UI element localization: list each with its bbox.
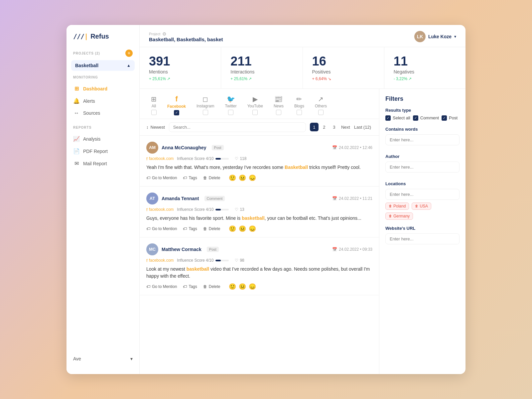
reports-label: REPORTS: [73, 126, 133, 129]
sidebar-item-pdf[interactable]: 📄 PDF Report: [66, 145, 139, 157]
youtube-checkbox[interactable]: [252, 110, 258, 115]
delete-button[interactable]: 🗑 Delete: [203, 226, 220, 231]
logo-text: Refus: [90, 33, 109, 40]
post-author-area: AM Anna McConaughey Post: [146, 142, 224, 154]
pdf-icon: 📄: [73, 148, 80, 154]
page-2-button[interactable]: 2: [320, 123, 329, 131]
delete-button[interactable]: 🗑 Delete: [203, 284, 220, 289]
next-button[interactable]: Next: [340, 125, 351, 130]
monitoring-section: MONITORING: [66, 72, 139, 82]
search-input[interactable]: [169, 122, 306, 132]
sidebar-item-alerts[interactable]: 🔔 Alerts: [66, 95, 139, 107]
page-3-button[interactable]: 3: [330, 123, 338, 131]
all-checkbox[interactable]: [151, 110, 157, 115]
checkbox-box: [442, 115, 447, 121]
avatar: MC: [146, 243, 158, 255]
twitter-checkbox[interactable]: [228, 110, 233, 115]
post-highlight: basketball: [187, 266, 209, 272]
tags-button[interactable]: 🏷 Tags: [183, 226, 197, 231]
last-button[interactable]: Last (12): [353, 125, 372, 130]
tags-button[interactable]: 🏷 Tags: [183, 176, 197, 180]
location-tag-germany[interactable]: 🗑 Germany: [385, 212, 413, 220]
comment-checkbox[interactable]: Comment: [413, 115, 439, 121]
select-all-checkbox[interactable]: Select all: [385, 115, 410, 121]
neutral-sentiment-icon[interactable]: 😐: [239, 283, 246, 290]
delete-icon: 🗑: [203, 226, 207, 231]
score-bar: [215, 260, 229, 261]
go-to-mention-button[interactable]: 🏷 Go to Mention: [146, 284, 177, 289]
sidebar-item-label: Analysis: [83, 136, 100, 142]
author-input[interactable]: [385, 162, 460, 173]
author-label: Author: [385, 154, 460, 159]
project-chevron-icon: ▲: [127, 63, 131, 68]
tags-button[interactable]: 🏷 Tags: [183, 284, 197, 289]
neutral-sentiment-icon[interactable]: 😐: [239, 174, 246, 182]
reports-section: REPORTS: [66, 122, 139, 133]
positive-sentiment-icon[interactable]: 🙂: [229, 174, 236, 182]
websites-url-label: Website's URL: [385, 226, 460, 231]
delete-button[interactable]: 🗑 Delete: [203, 176, 220, 180]
source-tab-others[interactable]: ↗ Others: [310, 93, 332, 118]
post-checkbox[interactable]: Post: [442, 115, 458, 121]
negative-sentiment-icon[interactable]: 😞: [249, 283, 256, 290]
post-type-badge: Post: [212, 145, 224, 150]
positive-sentiment-icon[interactable]: 🙂: [229, 283, 236, 290]
post-source: f facebook.com: [146, 207, 174, 212]
contains-words-input[interactable]: [385, 134, 460, 145]
instagram-checkbox[interactable]: [203, 110, 208, 115]
source-tab-blogs[interactable]: ✏ Blogs: [290, 93, 309, 118]
mention-icon: 🏷: [146, 226, 150, 231]
sidebar-item-analysis[interactable]: 📈 Analysis: [66, 133, 139, 145]
post-header: MC Matthew Cormack Post 📅 24.02.2022 • 0…: [146, 243, 372, 255]
news-checkbox[interactable]: [276, 110, 281, 115]
stat-change: + 25,61% ↗: [230, 76, 252, 81]
sidebar-item-label: Mail Report: [83, 161, 107, 166]
stat-label: Mentions: [149, 69, 168, 74]
others-checkbox[interactable]: [318, 110, 324, 115]
sidebar-item-sources[interactable]: ↔ Sources: [66, 107, 139, 119]
footer-ave-item[interactable]: Ave ▾: [73, 353, 133, 364]
blogs-checkbox[interactable]: [297, 110, 302, 115]
page-1-button[interactable]: 1: [310, 123, 319, 131]
stat-card-interactions: 211 Interactions + 25,61% ↗: [221, 47, 303, 88]
post-meta: f facebook.com Influence Score 4/10 ♡ 11…: [146, 156, 372, 161]
influence-score: Influence Score 4/10: [177, 207, 229, 212]
source-tab-news[interactable]: 📰 News: [269, 93, 288, 118]
post-likes: ♡ 98: [235, 258, 244, 263]
location-tag-poland[interactable]: 🗑 Poland: [385, 202, 409, 210]
post-card: MC Matthew Cormack Post 📅 24.02.2022 • 0…: [140, 237, 379, 295]
score-fill: [215, 158, 221, 160]
stat-number: 16: [312, 55, 326, 68]
source-tab-youtube[interactable]: ▶ YouTube: [243, 93, 268, 118]
location-tag-usa[interactable]: 🗑 USA: [412, 202, 431, 210]
score-fill: [215, 209, 221, 210]
add-project-button[interactable]: +: [125, 50, 133, 57]
sort-button[interactable]: ↕ Newest: [146, 125, 165, 130]
projects-label: PROJECTS (2): [73, 52, 100, 55]
websites-url-input[interactable]: [385, 233, 460, 244]
sidebar-item-mail[interactable]: ✉ Mail Report: [66, 157, 139, 170]
negative-sentiment-icon[interactable]: 😞: [249, 174, 256, 182]
locations-input[interactable]: [385, 189, 460, 200]
tag-remove-icon: 🗑: [389, 214, 392, 218]
go-to-mention-button[interactable]: 🏷 Go to Mention: [146, 176, 177, 180]
negative-sentiment-icon[interactable]: 😞: [249, 225, 256, 232]
project-item-basketball[interactable]: Basketball ▲: [71, 60, 135, 71]
results-type-label: Results type: [385, 108, 460, 113]
post-actions: 🏷 Go to Mention 🏷 Tags 🗑 Delete 🙂: [146, 283, 372, 290]
sidebar-item-dashboard[interactable]: ⊞ Dashboard: [66, 82, 139, 95]
facebook-checkbox[interactable]: [174, 110, 179, 115]
source-tab-all[interactable]: ⊞ All: [146, 93, 161, 118]
header-user[interactable]: LK Luke Koze ▾: [414, 31, 456, 42]
app-container: ///| Refus PROJECTS (2) + Basketball ▲ M…: [66, 25, 466, 374]
source-tab-instagram[interactable]: ◻ Instagram: [192, 93, 219, 118]
positive-sentiment-icon[interactable]: 🙂: [229, 225, 236, 232]
main-header: Project ⚙ Basketball, Basketballs, baske…: [140, 25, 466, 47]
source-tab-facebook[interactable]: f Facebook: [163, 93, 191, 119]
source-tab-twitter[interactable]: 🐦 Twitter: [220, 93, 241, 118]
score-fill: [215, 260, 221, 261]
stat-change: + 25,61% ↗: [149, 76, 170, 81]
go-to-mention-button[interactable]: 🏷 Go to Mention: [146, 226, 177, 231]
neutral-sentiment-icon[interactable]: 😐: [239, 225, 246, 232]
settings-icon[interactable]: ⚙: [162, 31, 167, 37]
